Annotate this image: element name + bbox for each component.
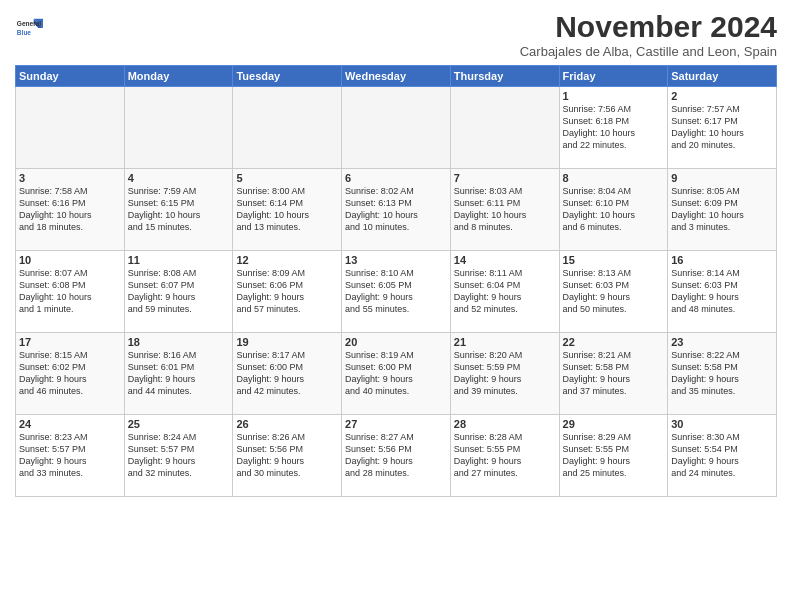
day-info: Sunrise: 8:30 AM Sunset: 5:54 PM Dayligh… <box>671 431 773 480</box>
calendar-cell: 7Sunrise: 8:03 AM Sunset: 6:11 PM Daylig… <box>450 169 559 251</box>
day-number: 15 <box>563 254 665 266</box>
weekday-header: Thursday <box>450 66 559 87</box>
day-info: Sunrise: 7:59 AM Sunset: 6:15 PM Dayligh… <box>128 185 230 234</box>
subtitle: Carbajales de Alba, Castille and Leon, S… <box>520 44 777 59</box>
logo: General Blue <box>15 14 47 42</box>
day-number: 24 <box>19 418 121 430</box>
day-number: 21 <box>454 336 556 348</box>
calendar-cell: 10Sunrise: 8:07 AM Sunset: 6:08 PM Dayli… <box>16 251 125 333</box>
calendar-cell <box>124 87 233 169</box>
calendar-cell: 19Sunrise: 8:17 AM Sunset: 6:00 PM Dayli… <box>233 333 342 415</box>
calendar-cell: 29Sunrise: 8:29 AM Sunset: 5:55 PM Dayli… <box>559 415 668 497</box>
weekday-header: Friday <box>559 66 668 87</box>
day-info: Sunrise: 8:05 AM Sunset: 6:09 PM Dayligh… <box>671 185 773 234</box>
calendar-cell <box>450 87 559 169</box>
svg-text:Blue: Blue <box>17 29 31 36</box>
calendar-week-row: 1Sunrise: 7:56 AM Sunset: 6:18 PM Daylig… <box>16 87 777 169</box>
calendar-cell: 2Sunrise: 7:57 AM Sunset: 6:17 PM Daylig… <box>668 87 777 169</box>
day-number: 12 <box>236 254 338 266</box>
day-info: Sunrise: 8:29 AM Sunset: 5:55 PM Dayligh… <box>563 431 665 480</box>
day-info: Sunrise: 8:24 AM Sunset: 5:57 PM Dayligh… <box>128 431 230 480</box>
calendar-cell <box>16 87 125 169</box>
calendar-cell: 16Sunrise: 8:14 AM Sunset: 6:03 PM Dayli… <box>668 251 777 333</box>
day-info: Sunrise: 8:07 AM Sunset: 6:08 PM Dayligh… <box>19 267 121 316</box>
day-number: 9 <box>671 172 773 184</box>
calendar-cell: 22Sunrise: 8:21 AM Sunset: 5:58 PM Dayli… <box>559 333 668 415</box>
calendar-cell <box>342 87 451 169</box>
day-number: 22 <box>563 336 665 348</box>
day-number: 28 <box>454 418 556 430</box>
day-info: Sunrise: 8:26 AM Sunset: 5:56 PM Dayligh… <box>236 431 338 480</box>
day-info: Sunrise: 8:09 AM Sunset: 6:06 PM Dayligh… <box>236 267 338 316</box>
day-number: 17 <box>19 336 121 348</box>
day-number: 27 <box>345 418 447 430</box>
header: General Blue November 2024 Carbajales de… <box>15 10 777 59</box>
calendar-cell: 12Sunrise: 8:09 AM Sunset: 6:06 PM Dayli… <box>233 251 342 333</box>
calendar-cell: 8Sunrise: 8:04 AM Sunset: 6:10 PM Daylig… <box>559 169 668 251</box>
calendar-cell: 6Sunrise: 8:02 AM Sunset: 6:13 PM Daylig… <box>342 169 451 251</box>
day-info: Sunrise: 7:56 AM Sunset: 6:18 PM Dayligh… <box>563 103 665 152</box>
day-info: Sunrise: 8:23 AM Sunset: 5:57 PM Dayligh… <box>19 431 121 480</box>
day-info: Sunrise: 8:13 AM Sunset: 6:03 PM Dayligh… <box>563 267 665 316</box>
calendar-cell: 28Sunrise: 8:28 AM Sunset: 5:55 PM Dayli… <box>450 415 559 497</box>
weekday-header: Tuesday <box>233 66 342 87</box>
day-info: Sunrise: 8:08 AM Sunset: 6:07 PM Dayligh… <box>128 267 230 316</box>
weekday-header-row: SundayMondayTuesdayWednesdayThursdayFrid… <box>16 66 777 87</box>
calendar-cell: 27Sunrise: 8:27 AM Sunset: 5:56 PM Dayli… <box>342 415 451 497</box>
day-number: 8 <box>563 172 665 184</box>
day-info: Sunrise: 8:02 AM Sunset: 6:13 PM Dayligh… <box>345 185 447 234</box>
day-number: 2 <box>671 90 773 102</box>
day-info: Sunrise: 8:28 AM Sunset: 5:55 PM Dayligh… <box>454 431 556 480</box>
calendar-cell: 4Sunrise: 7:59 AM Sunset: 6:15 PM Daylig… <box>124 169 233 251</box>
day-number: 4 <box>128 172 230 184</box>
day-number: 26 <box>236 418 338 430</box>
day-number: 10 <box>19 254 121 266</box>
day-number: 1 <box>563 90 665 102</box>
calendar-cell: 17Sunrise: 8:15 AM Sunset: 6:02 PM Dayli… <box>16 333 125 415</box>
calendar-cell: 20Sunrise: 8:19 AM Sunset: 6:00 PM Dayli… <box>342 333 451 415</box>
calendar-cell: 13Sunrise: 8:10 AM Sunset: 6:05 PM Dayli… <box>342 251 451 333</box>
day-info: Sunrise: 8:27 AM Sunset: 5:56 PM Dayligh… <box>345 431 447 480</box>
day-number: 6 <box>345 172 447 184</box>
day-number: 25 <box>128 418 230 430</box>
calendar-cell: 26Sunrise: 8:26 AM Sunset: 5:56 PM Dayli… <box>233 415 342 497</box>
title-block: November 2024 Carbajales de Alba, Castil… <box>520 10 777 59</box>
calendar-week-row: 24Sunrise: 8:23 AM Sunset: 5:57 PM Dayli… <box>16 415 777 497</box>
day-number: 29 <box>563 418 665 430</box>
day-info: Sunrise: 8:04 AM Sunset: 6:10 PM Dayligh… <box>563 185 665 234</box>
day-info: Sunrise: 8:19 AM Sunset: 6:00 PM Dayligh… <box>345 349 447 398</box>
day-number: 20 <box>345 336 447 348</box>
calendar-cell: 21Sunrise: 8:20 AM Sunset: 5:59 PM Dayli… <box>450 333 559 415</box>
day-number: 7 <box>454 172 556 184</box>
day-info: Sunrise: 8:20 AM Sunset: 5:59 PM Dayligh… <box>454 349 556 398</box>
day-number: 19 <box>236 336 338 348</box>
calendar-cell: 3Sunrise: 7:58 AM Sunset: 6:16 PM Daylig… <box>16 169 125 251</box>
day-info: Sunrise: 8:11 AM Sunset: 6:04 PM Dayligh… <box>454 267 556 316</box>
calendar-cell: 15Sunrise: 8:13 AM Sunset: 6:03 PM Dayli… <box>559 251 668 333</box>
calendar-week-row: 3Sunrise: 7:58 AM Sunset: 6:16 PM Daylig… <box>16 169 777 251</box>
day-info: Sunrise: 8:21 AM Sunset: 5:58 PM Dayligh… <box>563 349 665 398</box>
day-number: 30 <box>671 418 773 430</box>
day-number: 5 <box>236 172 338 184</box>
calendar-week-row: 17Sunrise: 8:15 AM Sunset: 6:02 PM Dayli… <box>16 333 777 415</box>
calendar-cell: 5Sunrise: 8:00 AM Sunset: 6:14 PM Daylig… <box>233 169 342 251</box>
day-number: 23 <box>671 336 773 348</box>
day-number: 16 <box>671 254 773 266</box>
logo-icon: General Blue <box>15 14 43 42</box>
day-info: Sunrise: 8:10 AM Sunset: 6:05 PM Dayligh… <box>345 267 447 316</box>
svg-text:General: General <box>17 20 41 27</box>
month-title: November 2024 <box>520 10 777 44</box>
calendar-table: SundayMondayTuesdayWednesdayThursdayFrid… <box>15 65 777 497</box>
day-number: 11 <box>128 254 230 266</box>
calendar-cell <box>233 87 342 169</box>
day-info: Sunrise: 8:15 AM Sunset: 6:02 PM Dayligh… <box>19 349 121 398</box>
day-number: 3 <box>19 172 121 184</box>
calendar-page: General Blue November 2024 Carbajales de… <box>0 0 792 612</box>
day-info: Sunrise: 8:16 AM Sunset: 6:01 PM Dayligh… <box>128 349 230 398</box>
weekday-header: Sunday <box>16 66 125 87</box>
day-info: Sunrise: 8:22 AM Sunset: 5:58 PM Dayligh… <box>671 349 773 398</box>
day-info: Sunrise: 8:03 AM Sunset: 6:11 PM Dayligh… <box>454 185 556 234</box>
calendar-cell: 18Sunrise: 8:16 AM Sunset: 6:01 PM Dayli… <box>124 333 233 415</box>
day-number: 13 <box>345 254 447 266</box>
day-number: 18 <box>128 336 230 348</box>
